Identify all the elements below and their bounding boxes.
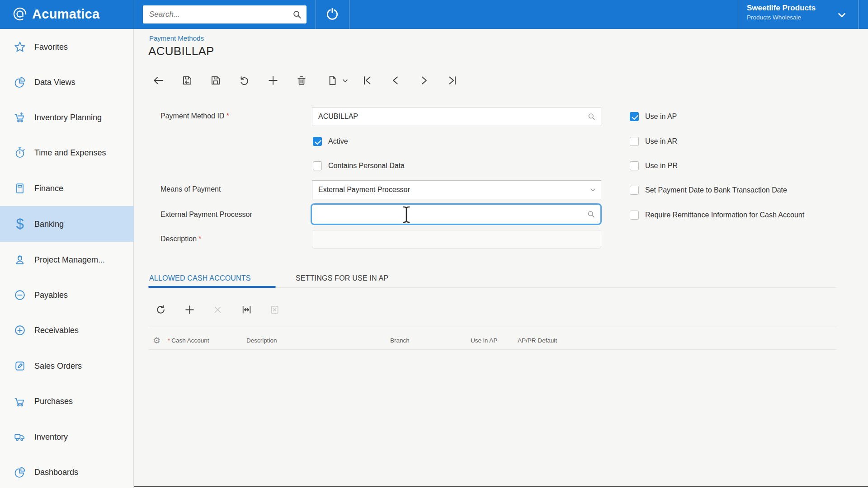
go-last-record-button[interactable]	[445, 73, 460, 88]
grid-refresh-icon[interactable]	[153, 302, 168, 317]
use-in-ap-checkbox[interactable]	[630, 112, 639, 121]
sidebar-item-label: Project Managem...	[34, 255, 105, 264]
grid-delete-row-icon[interactable]	[210, 302, 225, 317]
sidebar-item-inventory-planning[interactable]: Inventory Planning	[0, 99, 134, 135]
sidebar-item-favorites[interactable]: Favorites	[0, 29, 134, 65]
require-remittance-label[interactable]: Require Remittance Information for Cash …	[645, 211, 804, 219]
means-of-payment-value: External Payment Processor	[318, 181, 410, 199]
column-header-ap-pr-default[interactable]: AP/PR Default	[518, 337, 557, 344]
topbar-separator	[316, 0, 316, 29]
require-remittance-checkbox[interactable]	[630, 211, 639, 220]
sidebar: Favorites Data Views Inventory Planning	[0, 29, 134, 488]
sidebar-item-sales-orders[interactable]: Sales Orders	[0, 348, 134, 384]
sidebar-item-data-views[interactable]: Data Views	[0, 64, 134, 100]
sidebar-item-label: Inventory	[34, 432, 68, 441]
set-payment-date-checkbox[interactable]	[630, 186, 639, 195]
company-selector[interactable]: Sweetlife Products Products Wholesale	[747, 4, 855, 21]
chevron-down-icon[interactable]	[340, 73, 350, 88]
cancel-undo-button[interactable]	[237, 73, 251, 88]
dollar-icon: $	[11, 215, 29, 233]
bottom-edge-line	[134, 486, 868, 487]
means-of-payment-label: Means of Payment	[160, 185, 221, 193]
external-payment-processor-field[interactable]	[311, 203, 602, 225]
topbar-separator	[349, 0, 349, 29]
sidebar-item-inventory[interactable]: Inventory	[0, 419, 134, 455]
external-payment-processor-input[interactable]	[317, 206, 580, 223]
copy-paste-button[interactable]	[325, 73, 340, 88]
top-bar: Acumatica Sweetlife Products Products Wh…	[0, 0, 868, 29]
grid-export-excel-icon[interactable]	[267, 302, 282, 317]
pie-chart-icon	[11, 73, 29, 91]
active-checkbox[interactable]	[313, 137, 322, 146]
column-header-use-in-ap[interactable]: Use in AP	[471, 337, 497, 344]
use-in-pr-label[interactable]: Use in PR	[645, 162, 678, 170]
go-first-record-button[interactable]	[360, 73, 374, 88]
calculator-icon	[11, 179, 29, 197]
delete-button[interactable]	[294, 73, 309, 88]
use-in-ar-checkbox[interactable]	[630, 137, 639, 146]
sidebar-item-time-and-expenses[interactable]: Time and Expenses	[0, 135, 134, 170]
reload-icon[interactable]	[325, 7, 340, 22]
tab-allowed-cash-accounts[interactable]: ALLOWED CASH ACCOUNTS	[149, 274, 251, 282]
contains-personal-data-label[interactable]: Contains Personal Data	[328, 162, 405, 170]
description-input[interactable]	[318, 230, 589, 248]
lookup-magnifier-icon[interactable]	[587, 210, 595, 219]
column-header-description[interactable]: Description	[246, 337, 277, 344]
add-new-record-button[interactable]	[266, 73, 280, 88]
circle-plus-icon	[11, 321, 29, 339]
sidebar-item-receivables[interactable]: Receivables	[0, 312, 134, 348]
chevron-down-icon[interactable]	[589, 186, 597, 194]
sidebar-item-label: Data Views	[34, 77, 75, 87]
breadcrumb[interactable]: Payment Methods	[149, 34, 204, 42]
sidebar-item-purchases[interactable]: Purchases	[0, 383, 134, 419]
use-in-ar-label[interactable]: Use in AR	[645, 137, 677, 145]
app: { "ui": { "required_mark": "*" }, "topba…	[0, 0, 868, 488]
external-payment-processor-label: External Payment Processor	[160, 211, 252, 219]
sidebar-item-project-management[interactable]: Project Managem...	[0, 242, 134, 277]
active-tab-underline	[148, 286, 276, 288]
sidebar-item-label: Finance	[34, 183, 63, 193]
grid-header-bottom-line	[149, 349, 836, 350]
search-input[interactable]	[149, 5, 285, 23]
use-in-pr-checkbox[interactable]	[630, 161, 639, 170]
topbar-separator	[738, 0, 738, 29]
back-arrow-button[interactable]	[151, 73, 166, 88]
sidebar-item-finance[interactable]: Finance	[0, 170, 134, 206]
sidebar-item-label: Sales Orders	[34, 361, 82, 371]
truck-icon	[11, 428, 29, 446]
acumatica-swirl-icon	[12, 6, 28, 22]
grid-settings-gear-icon[interactable]: ⚙	[153, 335, 160, 346]
payment-method-id-field[interactable]	[312, 107, 601, 126]
grid-add-row-icon[interactable]	[182, 302, 197, 317]
go-previous-record-button[interactable]	[388, 73, 403, 88]
sidebar-item-label: Receivables	[34, 325, 79, 335]
cart-plus-icon	[11, 108, 29, 127]
stopwatch-icon	[11, 144, 29, 162]
acumatica-logo[interactable]: Acumatica	[12, 6, 99, 22]
save-and-close-button[interactable]	[180, 73, 194, 88]
set-payment-date-label[interactable]: Set Payment Date to Bank Transaction Dat…	[645, 186, 787, 194]
active-checkbox-label[interactable]: Active	[328, 137, 348, 145]
circle-minus-icon	[11, 286, 29, 304]
chevron-down-icon	[836, 9, 848, 21]
sidebar-item-banking[interactable]: $ Banking	[0, 206, 134, 242]
use-in-ap-label[interactable]: Use in AP	[645, 113, 677, 121]
sidebar-item-label: Favorites	[34, 42, 68, 52]
lookup-magnifier-icon[interactable]	[587, 113, 596, 121]
sidebar-item-payables[interactable]: Payables	[0, 277, 134, 313]
search-icon[interactable]	[292, 9, 302, 19]
global-search	[143, 5, 307, 23]
sidebar-item-dashboards[interactable]: Dashboards	[0, 454, 134, 488]
go-next-record-button[interactable]	[417, 73, 431, 88]
description-field[interactable]	[312, 230, 601, 249]
column-header-cash-account[interactable]: *Cash Account	[168, 337, 209, 344]
worker-icon	[11, 251, 29, 269]
contains-personal-data-checkbox[interactable]	[313, 161, 322, 170]
column-header-branch[interactable]: Branch	[390, 337, 410, 344]
sidebar-item-label: Inventory Planning	[34, 113, 102, 122]
grid-fit-width-icon[interactable]	[239, 302, 254, 317]
tab-settings-for-use-in-ap[interactable]: SETTINGS FOR USE IN AP	[296, 274, 388, 282]
payment-method-id-input[interactable]	[318, 108, 571, 125]
means-of-payment-dropdown[interactable]: External Payment Processor	[312, 180, 601, 199]
save-button[interactable]	[208, 73, 223, 88]
